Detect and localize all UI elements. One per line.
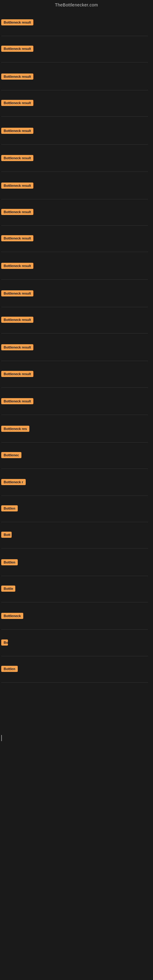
list-item: Bottleneck result bbox=[1, 263, 148, 280]
bottleneck-badge[interactable]: Bottleneck result bbox=[1, 100, 33, 106]
list-item: Bott bbox=[1, 531, 148, 549]
bottleneck-badge[interactable]: Bottleneck result bbox=[1, 128, 33, 134]
list-item: Bottleneck result bbox=[1, 371, 148, 388]
list-item: Bottleneck bbox=[1, 613, 148, 630]
bottleneck-badge[interactable]: Bottleneck result bbox=[1, 317, 33, 323]
list-item: Bottleneck result bbox=[1, 317, 148, 334]
list-item: Bottleneck result bbox=[1, 46, 148, 62]
list-item: Bottlenec bbox=[1, 452, 148, 469]
list-item: Bottlen bbox=[1, 505, 148, 522]
bottleneck-badge[interactable]: Bottleneck result bbox=[1, 46, 33, 52]
bottleneck-badge[interactable]: Bottlen bbox=[1, 505, 18, 511]
bottleneck-badge[interactable]: Bottleneck result bbox=[1, 183, 33, 189]
list-item: Bottleneck result bbox=[1, 155, 148, 172]
site-title: TheBottlenecker.com bbox=[0, 0, 153, 11]
bottleneck-badge[interactable]: Bottleneck result bbox=[1, 73, 33, 80]
list-item: Bottleneck result bbox=[1, 209, 148, 226]
list-item: Bottleneck result bbox=[1, 19, 148, 36]
list-item: Bottleneck result bbox=[1, 73, 148, 90]
bottleneck-badge[interactable]: Bottleneck result bbox=[1, 371, 33, 377]
list-item: Bottleneck result bbox=[1, 290, 148, 307]
list-item: Bottleneck result bbox=[1, 128, 148, 145]
list-item: Bottleneck res bbox=[1, 426, 148, 442]
bottleneck-badge[interactable]: Bottleneck r bbox=[1, 479, 26, 485]
bottleneck-badge[interactable]: Bottleneck result bbox=[1, 235, 33, 241]
list-item: Bottleneck result bbox=[1, 235, 148, 252]
bottleneck-badge[interactable]: Bottleneck result bbox=[1, 263, 33, 269]
bottleneck-badge[interactable]: Bo bbox=[1, 640, 8, 646]
bottleneck-badge[interactable]: Bottlen bbox=[1, 666, 18, 672]
cursor-indicator bbox=[1, 735, 2, 741]
list-item: Bottleneck result bbox=[1, 100, 148, 117]
bottleneck-badge[interactable]: Bottleneck res bbox=[1, 426, 29, 432]
list-item: Bottleneck r bbox=[1, 479, 148, 496]
bottleneck-badge[interactable]: Bottleneck bbox=[1, 613, 23, 619]
bottleneck-badge[interactable]: Bottleneck result bbox=[1, 155, 33, 161]
list-item: Bottlen bbox=[1, 559, 148, 576]
bottleneck-badge[interactable]: Bottlen bbox=[1, 559, 18, 565]
bottleneck-badge[interactable]: Bott bbox=[1, 531, 12, 538]
bottleneck-badge[interactable]: Bottleneck result bbox=[1, 290, 33, 296]
list-item: Bottleneck result bbox=[1, 344, 148, 361]
list-item: Bo bbox=[1, 640, 148, 656]
list-item: Bottlen bbox=[1, 666, 148, 682]
bottleneck-badge[interactable]: Bottle bbox=[1, 585, 15, 592]
bottleneck-badge[interactable]: Bottleneck result bbox=[1, 398, 33, 404]
list-item: Bottleneck result bbox=[1, 183, 148, 199]
bottleneck-badge[interactable]: Bottlenec bbox=[1, 452, 21, 458]
bottleneck-badge[interactable]: Bottleneck result bbox=[1, 344, 33, 350]
bottleneck-badge[interactable]: Bottleneck result bbox=[1, 19, 33, 25]
items-container: Bottleneck resultBottleneck resultBottle… bbox=[0, 11, 153, 715]
list-item: Bottle bbox=[1, 585, 148, 602]
list-item: Bottleneck result bbox=[1, 398, 148, 415]
bottleneck-badge[interactable]: Bottleneck result bbox=[1, 209, 33, 215]
